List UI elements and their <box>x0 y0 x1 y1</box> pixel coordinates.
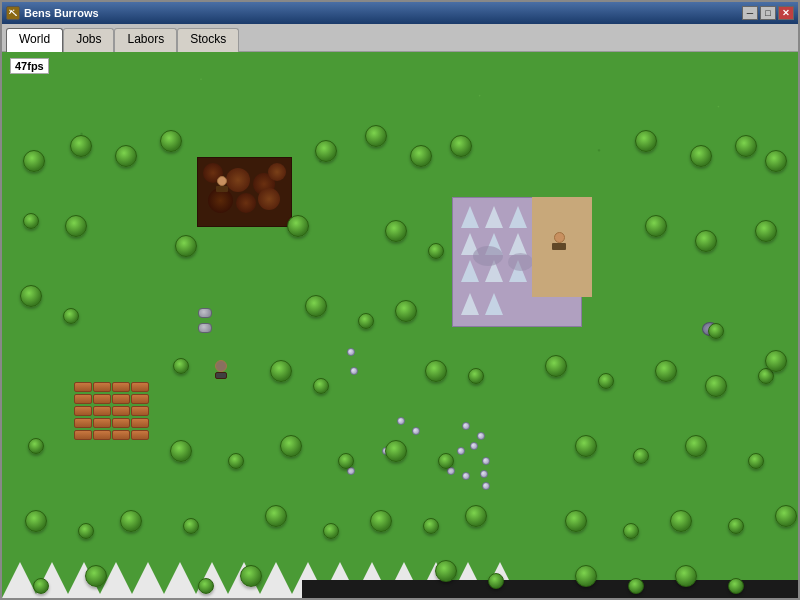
app-window: ⛏ Bens Burrows ─ □ ✕ World Jobs Labors S… <box>0 0 800 600</box>
tree-48 <box>742 447 770 475</box>
tree-65 <box>192 572 220 598</box>
tree-45 <box>572 432 600 460</box>
titlebar-left: ⛏ Bens Burrows <box>6 6 99 20</box>
tree-5 <box>362 122 390 150</box>
item-1 <box>347 348 355 356</box>
tree-26 <box>702 317 730 345</box>
tree-35 <box>702 372 730 400</box>
tree-70 <box>622 572 650 598</box>
tree-27 <box>167 352 195 380</box>
tree-0 <box>20 147 48 175</box>
tree-42 <box>332 447 360 475</box>
tree-47 <box>682 432 710 460</box>
close-button[interactable]: ✕ <box>778 6 794 20</box>
tree-50 <box>72 517 100 545</box>
tree-21 <box>17 282 45 310</box>
tree-32 <box>542 352 570 380</box>
tree-15 <box>284 212 312 240</box>
maximize-button[interactable]: □ <box>760 6 776 20</box>
tab-world[interactable]: World <box>6 28 63 52</box>
tree-38 <box>22 432 50 460</box>
tree-14 <box>172 232 200 260</box>
item-15 <box>482 482 490 490</box>
tree-10 <box>732 132 760 160</box>
app-icon: ⛏ <box>6 6 20 20</box>
tree-57 <box>462 502 490 530</box>
minimize-button[interactable]: ─ <box>742 6 758 20</box>
tree-4 <box>312 137 340 165</box>
item-10 <box>480 470 488 478</box>
tree-41 <box>277 432 305 460</box>
item-6 <box>477 432 485 440</box>
item-2 <box>350 367 358 375</box>
menubar: World Jobs Labors Stocks <box>2 24 798 52</box>
tree-1 <box>67 132 95 160</box>
tree-44 <box>432 447 460 475</box>
item-11 <box>462 472 470 480</box>
tree-67 <box>432 557 460 585</box>
tree-31 <box>462 362 490 390</box>
tree-62 <box>772 502 798 530</box>
tree-7 <box>447 132 475 160</box>
tree-64 <box>82 562 110 590</box>
tree-59 <box>617 517 645 545</box>
tree-23 <box>302 292 330 320</box>
tab-jobs[interactable]: Jobs <box>63 28 114 52</box>
tree-33 <box>592 367 620 395</box>
tree-20 <box>752 217 780 245</box>
tree-55 <box>367 507 395 535</box>
log-pile <box>74 382 154 447</box>
tree-43 <box>382 437 410 465</box>
tree-11 <box>762 147 790 175</box>
tree-22 <box>57 302 85 330</box>
tree-71 <box>672 562 700 590</box>
titlebar: ⛏ Bens Burrows ─ □ ✕ <box>2 2 798 24</box>
tree-61 <box>722 512 750 540</box>
tree-24 <box>352 307 380 335</box>
tree-52 <box>177 512 205 540</box>
stone-pile <box>197 307 232 327</box>
tree-49 <box>22 507 50 535</box>
tree-60 <box>667 507 695 535</box>
game-viewport[interactable]: 47fps <box>2 52 798 598</box>
tree-69 <box>572 562 600 590</box>
sandy-patch <box>532 197 592 297</box>
tree-2 <box>112 142 140 170</box>
tree-39 <box>167 437 195 465</box>
tree-40 <box>222 447 250 475</box>
tree-28 <box>267 357 295 385</box>
item-4 <box>412 427 420 435</box>
item-5 <box>462 422 470 430</box>
tree-8 <box>632 127 660 155</box>
tree-37 <box>762 347 790 375</box>
tree-16 <box>382 217 410 245</box>
tree-19 <box>692 227 720 255</box>
tree-12 <box>17 207 45 235</box>
tree-34 <box>652 357 680 385</box>
tree-18 <box>642 212 670 240</box>
tree-13 <box>62 212 90 240</box>
tab-labors[interactable]: Labors <box>114 28 177 52</box>
tree-9 <box>687 142 715 170</box>
tree-6 <box>407 142 435 170</box>
window-title: Bens Burrows <box>24 7 99 19</box>
tree-63 <box>27 572 55 598</box>
tree-25 <box>392 297 420 325</box>
tree-51 <box>117 507 145 535</box>
tree-54 <box>317 517 345 545</box>
tree-3 <box>157 127 185 155</box>
character-1 <box>212 360 230 380</box>
fps-counter: 47fps <box>10 58 49 74</box>
tree-68 <box>482 567 510 595</box>
window-controls: ─ □ ✕ <box>742 6 794 20</box>
tree-53 <box>262 502 290 530</box>
tree-17 <box>422 237 450 265</box>
tree-46 <box>627 442 655 470</box>
tab-stocks[interactable]: Stocks <box>177 28 239 52</box>
tree-72 <box>722 572 750 598</box>
forest-patch <box>197 157 292 227</box>
tree-30 <box>422 357 450 385</box>
item-3 <box>397 417 405 425</box>
item-7 <box>470 442 478 450</box>
tree-66 <box>237 562 265 590</box>
